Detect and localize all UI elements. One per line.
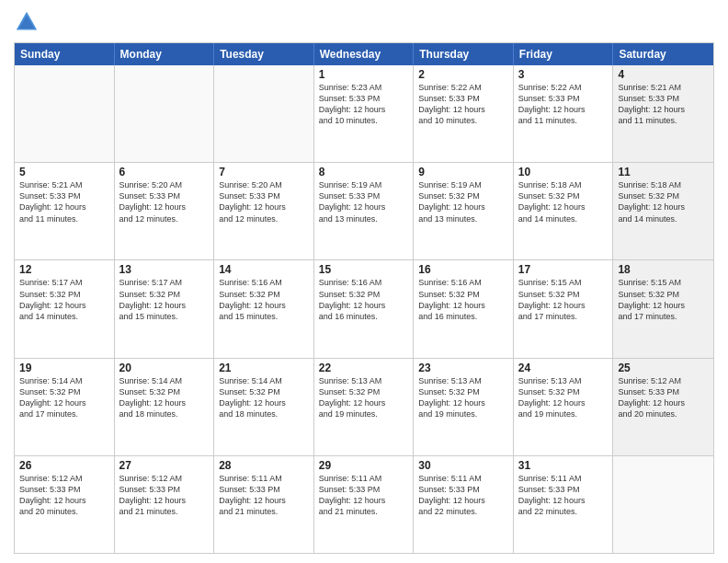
day-info: Sunrise: 5:17 AM Sunset: 5:32 PM Dayligh… — [19, 277, 109, 322]
day-cell: 10Sunrise: 5:18 AM Sunset: 5:32 PM Dayli… — [514, 163, 614, 259]
header — [14, 9, 714, 35]
calendar: SundayMondayTuesdayWednesdayThursdayFrid… — [14, 42, 714, 554]
day-cell: 19Sunrise: 5:14 AM Sunset: 5:32 PM Dayli… — [15, 359, 115, 455]
day-cell: 7Sunrise: 5:20 AM Sunset: 5:33 PM Daylig… — [214, 163, 314, 259]
day-number: 2 — [418, 68, 508, 81]
day-number: 18 — [618, 263, 709, 276]
day-cell: 29Sunrise: 5:11 AM Sunset: 5:33 PM Dayli… — [314, 456, 415, 553]
day-number: 21 — [219, 362, 309, 374]
day-number: 31 — [518, 459, 609, 472]
day-info: Sunrise: 5:22 AM Sunset: 5:33 PM Dayligh… — [418, 82, 508, 127]
day-info: Sunrise: 5:20 AM Sunset: 5:33 PM Dayligh… — [219, 179, 309, 224]
day-info: Sunrise: 5:16 AM Sunset: 5:32 PM Dayligh… — [319, 277, 409, 322]
day-info: Sunrise: 5:21 AM Sunset: 5:33 PM Dayligh… — [19, 179, 109, 224]
day-number: 17 — [518, 263, 609, 276]
day-info: Sunrise: 5:16 AM Sunset: 5:32 PM Dayligh… — [418, 277, 508, 322]
day-info: Sunrise: 5:13 AM Sunset: 5:32 PM Dayligh… — [518, 375, 609, 420]
day-number: 15 — [319, 263, 409, 276]
day-cell: 11Sunrise: 5:18 AM Sunset: 5:32 PM Dayli… — [613, 163, 713, 259]
day-cell: 8Sunrise: 5:19 AM Sunset: 5:33 PM Daylig… — [314, 163, 415, 259]
day-cell: 16Sunrise: 5:16 AM Sunset: 5:32 PM Dayli… — [414, 260, 514, 357]
day-cell: 28Sunrise: 5:11 AM Sunset: 5:33 PM Dayli… — [214, 456, 314, 553]
day-number: 26 — [19, 459, 109, 472]
day-info: Sunrise: 5:18 AM Sunset: 5:32 PM Dayligh… — [618, 179, 709, 224]
day-cell: 3Sunrise: 5:22 AM Sunset: 5:33 PM Daylig… — [514, 65, 614, 162]
day-header-friday: Friday — [514, 43, 614, 65]
day-info: Sunrise: 5:15 AM Sunset: 5:32 PM Dayligh… — [518, 277, 609, 322]
day-info: Sunrise: 5:12 AM Sunset: 5:33 PM Dayligh… — [19, 473, 109, 518]
day-info: Sunrise: 5:20 AM Sunset: 5:33 PM Dayligh… — [119, 179, 210, 224]
day-cell: 30Sunrise: 5:11 AM Sunset: 5:33 PM Dayli… — [414, 456, 514, 553]
day-number: 23 — [418, 362, 508, 374]
day-cell: 12Sunrise: 5:17 AM Sunset: 5:32 PM Dayli… — [15, 260, 115, 357]
day-cell: 9Sunrise: 5:19 AM Sunset: 5:32 PM Daylig… — [414, 163, 514, 259]
day-info: Sunrise: 5:11 AM Sunset: 5:33 PM Dayligh… — [518, 473, 609, 518]
weeks: 1Sunrise: 5:23 AM Sunset: 5:33 PM Daylig… — [15, 65, 713, 553]
week-row: 26Sunrise: 5:12 AM Sunset: 5:33 PM Dayli… — [15, 455, 713, 553]
day-info: Sunrise: 5:11 AM Sunset: 5:33 PM Dayligh… — [418, 473, 508, 518]
day-cell: 2Sunrise: 5:22 AM Sunset: 5:33 PM Daylig… — [414, 65, 514, 162]
week-row: 5Sunrise: 5:21 AM Sunset: 5:33 PM Daylig… — [15, 162, 713, 259]
day-info: Sunrise: 5:23 AM Sunset: 5:33 PM Dayligh… — [319, 82, 409, 127]
day-number: 4 — [618, 68, 709, 81]
day-header-wednesday: Wednesday — [314, 43, 415, 65]
day-info: Sunrise: 5:12 AM Sunset: 5:33 PM Dayligh… — [618, 375, 709, 420]
day-cell: 6Sunrise: 5:20 AM Sunset: 5:33 PM Daylig… — [115, 163, 215, 259]
day-number: 13 — [119, 263, 210, 276]
day-headers: SundayMondayTuesdayWednesdayThursdayFrid… — [15, 43, 713, 65]
day-info: Sunrise: 5:15 AM Sunset: 5:32 PM Dayligh… — [618, 277, 709, 322]
day-number: 25 — [618, 362, 709, 374]
day-info: Sunrise: 5:16 AM Sunset: 5:32 PM Dayligh… — [219, 277, 309, 322]
day-number: 1 — [319, 68, 409, 81]
day-number: 5 — [19, 166, 109, 178]
day-cell: 26Sunrise: 5:12 AM Sunset: 5:33 PM Dayli… — [15, 456, 115, 553]
day-info: Sunrise: 5:14 AM Sunset: 5:32 PM Dayligh… — [219, 375, 309, 420]
day-info: Sunrise: 5:18 AM Sunset: 5:32 PM Dayligh… — [518, 179, 609, 224]
day-info: Sunrise: 5:19 AM Sunset: 5:32 PM Dayligh… — [418, 179, 508, 224]
day-number: 16 — [418, 263, 508, 276]
day-cell: 18Sunrise: 5:15 AM Sunset: 5:32 PM Dayli… — [613, 260, 713, 357]
day-header-thursday: Thursday — [414, 43, 514, 65]
day-cell: 24Sunrise: 5:13 AM Sunset: 5:32 PM Dayli… — [514, 359, 614, 455]
logo — [14, 9, 43, 35]
day-number: 19 — [19, 362, 109, 374]
page-container: SundayMondayTuesdayWednesdayThursdayFrid… — [0, 0, 728, 563]
day-number: 14 — [219, 263, 309, 276]
day-info: Sunrise: 5:22 AM Sunset: 5:33 PM Dayligh… — [518, 82, 609, 127]
day-number: 9 — [418, 166, 508, 178]
day-info: Sunrise: 5:17 AM Sunset: 5:32 PM Dayligh… — [119, 277, 210, 322]
day-number: 28 — [219, 459, 309, 472]
day-number: 8 — [319, 166, 409, 178]
day-info: Sunrise: 5:14 AM Sunset: 5:32 PM Dayligh… — [119, 375, 210, 420]
day-number: 10 — [518, 166, 609, 178]
day-cell: 1Sunrise: 5:23 AM Sunset: 5:33 PM Daylig… — [314, 65, 415, 162]
day-cell: 13Sunrise: 5:17 AM Sunset: 5:32 PM Dayli… — [115, 260, 215, 357]
day-info: Sunrise: 5:12 AM Sunset: 5:33 PM Dayligh… — [119, 473, 210, 518]
day-number: 20 — [119, 362, 210, 374]
day-number: 7 — [219, 166, 309, 178]
day-cell — [214, 65, 314, 162]
day-header-monday: Monday — [115, 43, 215, 65]
day-number: 22 — [319, 362, 409, 374]
day-info: Sunrise: 5:19 AM Sunset: 5:33 PM Dayligh… — [319, 179, 409, 224]
day-cell: 25Sunrise: 5:12 AM Sunset: 5:33 PM Dayli… — [613, 359, 713, 455]
day-header-tuesday: Tuesday — [214, 43, 314, 65]
day-cell: 27Sunrise: 5:12 AM Sunset: 5:33 PM Dayli… — [115, 456, 215, 553]
day-number: 29 — [319, 459, 409, 472]
day-info: Sunrise: 5:21 AM Sunset: 5:33 PM Dayligh… — [618, 82, 709, 127]
day-cell — [613, 456, 713, 553]
week-row: 12Sunrise: 5:17 AM Sunset: 5:32 PM Dayli… — [15, 259, 713, 357]
week-row: 19Sunrise: 5:14 AM Sunset: 5:32 PM Dayli… — [15, 358, 713, 455]
day-number: 27 — [119, 459, 210, 472]
day-cell: 14Sunrise: 5:16 AM Sunset: 5:32 PM Dayli… — [214, 260, 314, 357]
day-info: Sunrise: 5:11 AM Sunset: 5:33 PM Dayligh… — [319, 473, 409, 518]
day-cell: 22Sunrise: 5:13 AM Sunset: 5:32 PM Dayli… — [314, 359, 415, 455]
day-cell: 31Sunrise: 5:11 AM Sunset: 5:33 PM Dayli… — [514, 456, 614, 553]
day-number: 11 — [618, 166, 709, 178]
day-cell: 17Sunrise: 5:15 AM Sunset: 5:32 PM Dayli… — [514, 260, 614, 357]
day-number: 24 — [518, 362, 609, 374]
day-cell: 23Sunrise: 5:13 AM Sunset: 5:32 PM Dayli… — [414, 359, 514, 455]
day-number: 30 — [418, 459, 508, 472]
day-cell: 5Sunrise: 5:21 AM Sunset: 5:33 PM Daylig… — [15, 163, 115, 259]
day-cell: 20Sunrise: 5:14 AM Sunset: 5:32 PM Dayli… — [115, 359, 215, 455]
